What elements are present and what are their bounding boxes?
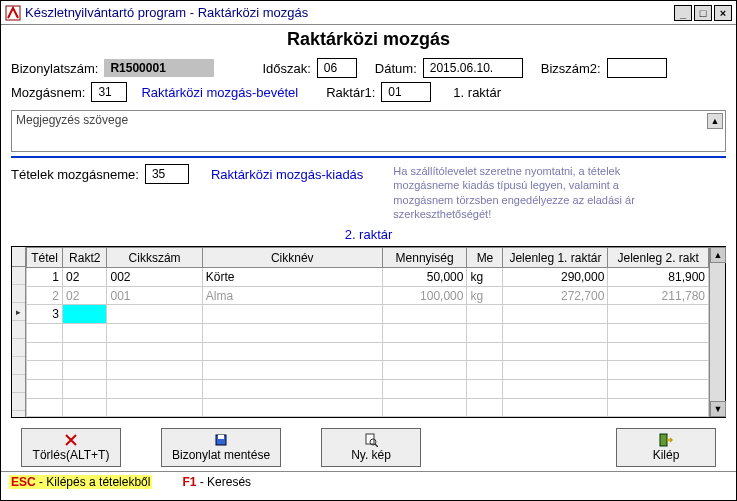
col-me[interactable]: Me (467, 248, 503, 268)
bizszam2-label: Bizszám2: (541, 61, 601, 76)
notes-scroll-up[interactable]: ▲ (707, 113, 723, 129)
delete-icon (64, 433, 78, 447)
bizszam2-input[interactable] (607, 58, 667, 78)
button-bar: Törlés(ALT+T) Bizonylat mentése Ny. kép … (1, 418, 736, 471)
delete-button[interactable]: Törlés(ALT+T) (21, 428, 121, 467)
table-row[interactable]: 3 (27, 305, 709, 324)
tetek-desc[interactable]: Raktárközi mozgás-kiadás (211, 167, 363, 182)
titlebar: Készletnyilvántartó program - Raktárközi… (1, 1, 736, 25)
col-tetel[interactable]: Tétel (27, 248, 63, 268)
raktar1-label: Raktár1: (326, 85, 375, 100)
divider (11, 156, 726, 158)
exit-button[interactable]: Kilép (616, 428, 716, 467)
table-row[interactable]: 1 02 002 Körte 50,000 kg 290,000 81,900 (27, 268, 709, 287)
table-row[interactable]: 2 02 001 Alma 100,000 kg 272,700 211,780 (27, 286, 709, 305)
raktar1-desc: 1. raktár (453, 85, 501, 100)
datum-label: Dátum: (375, 61, 417, 76)
hint-text: Ha szállítólevelet szeretne nyomtatni, a… (363, 164, 663, 221)
active-cell[interactable] (63, 305, 107, 324)
tetek-label: Tételek mozgásneme: (11, 167, 139, 182)
form-area: Bizonylatszám: R1500001 Időszak: 06 Dátu… (1, 56, 736, 108)
grid: ▸ Tétel Rakt2 Cikkszám Cikknév Mennyiség… (11, 246, 726, 418)
col-mennyiseg[interactable]: Mennyiség (382, 248, 467, 268)
row-selector-col: ▸ (12, 247, 26, 417)
data-table[interactable]: Tétel Rakt2 Cikkszám Cikknév Mennyiség M… (26, 247, 709, 417)
table-row[interactable] (27, 361, 709, 380)
table-row[interactable] (27, 379, 709, 398)
page-title: Raktárközi mozgás (1, 25, 736, 56)
close-button[interactable]: × (714, 5, 732, 21)
table-header-row: Tétel Rakt2 Cikkszám Cikknév Mennyiség M… (27, 248, 709, 268)
idoszak-label: Időszak: (262, 61, 310, 76)
raktar1-input[interactable]: 01 (381, 82, 431, 102)
maximize-button[interactable]: □ (694, 5, 712, 21)
scroll-up-icon[interactable]: ▲ (710, 247, 726, 263)
save-button[interactable]: Bizonylat mentése (161, 428, 281, 467)
table-row[interactable] (27, 342, 709, 361)
bizonylat-label: Bizonylatszám: (11, 61, 98, 76)
raktar2-text: 2. raktár (1, 227, 736, 242)
table-row[interactable] (27, 398, 709, 417)
idoszak-input[interactable]: 06 (317, 58, 357, 78)
vertical-scrollbar[interactable]: ▲ ▼ (709, 247, 725, 417)
current-row-marker: ▸ (12, 303, 25, 321)
notes-box[interactable]: Megjegyzés szövege ▲ (11, 110, 726, 152)
minimize-button[interactable]: _ (674, 5, 692, 21)
window-title: Készletnyilvántartó program - Raktárközi… (25, 5, 674, 20)
col-cikknev[interactable]: Cikknév (202, 248, 382, 268)
statusbar: ESC - Kilépés a tételekből F1 - Keresés (1, 471, 736, 492)
col-cikkszam[interactable]: Cikkszám (107, 248, 202, 268)
col-jelenleg2[interactable]: Jelenleg 2. rakt (608, 248, 709, 268)
mozgasnem-desc[interactable]: Raktárközi mozgás-bevétel (141, 85, 298, 100)
tetek-input[interactable]: 35 (145, 164, 189, 184)
save-icon (214, 433, 228, 447)
exit-icon (659, 433, 673, 447)
status-esc: ESC - Kilépés a tételekből (9, 475, 152, 489)
preview-icon (364, 433, 378, 447)
mozgasnem-label: Mozgásnem: (11, 85, 85, 100)
mozgasnem-input[interactable]: 31 (91, 82, 127, 102)
notes-text: Megjegyzés szövege (12, 111, 725, 151)
app-window: Készletnyilvántartó program - Raktárközi… (0, 0, 737, 501)
bizonylat-value[interactable]: R1500001 (104, 59, 214, 77)
col-rakt2[interactable]: Rakt2 (63, 248, 107, 268)
scroll-down-icon[interactable]: ▼ (710, 401, 726, 417)
tetek-row: Tételek mozgásneme: 35 Raktárközi mozgás… (1, 164, 736, 221)
app-icon (5, 5, 21, 21)
datum-input[interactable]: 2015.06.10. (423, 58, 523, 78)
svg-rect-5 (660, 434, 667, 446)
preview-button[interactable]: Ny. kép (321, 428, 421, 467)
col-jelenleg1[interactable]: Jelenleg 1. raktár (503, 248, 608, 268)
table-row[interactable] (27, 324, 709, 343)
svg-rect-2 (218, 435, 224, 439)
status-f1: F1 - Keresés (182, 475, 251, 489)
window-buttons: _ □ × (674, 5, 732, 21)
